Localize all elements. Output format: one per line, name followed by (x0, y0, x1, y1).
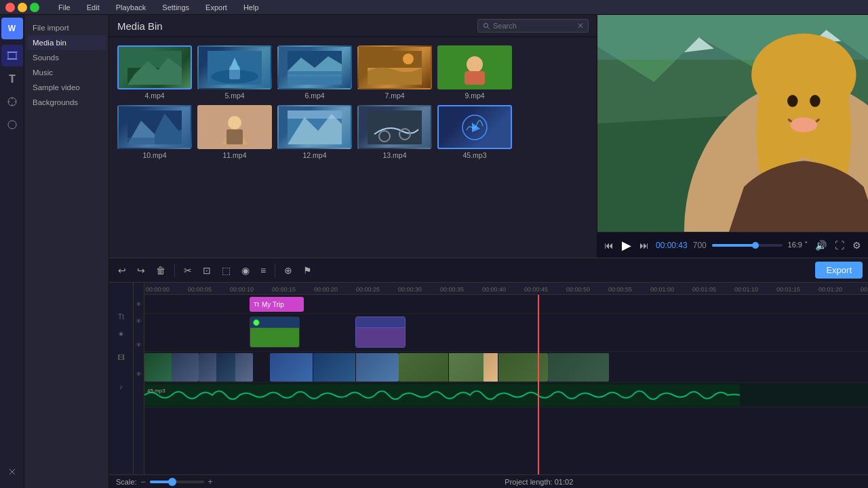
ruler-mark-35: 00:00:35 (439, 286, 481, 293)
svg-rect-10 (288, 71, 342, 85)
menu-file[interactable]: File (56, 2, 73, 13)
video-track (144, 352, 868, 383)
svg-point-44 (810, 95, 820, 107)
overlay-clip-1[interactable] (250, 317, 300, 348)
track-icons: 👁 👁 👁 👁 (134, 283, 144, 474)
fullscreen-button[interactable]: ⛶ (833, 239, 846, 252)
copy-button[interactable]: ⊡ (199, 263, 214, 278)
timeline-ruler[interactable]: 00:00:00 00:00:05 00:00:10 00:00:15 00:0… (144, 283, 868, 295)
ruler-mark-120: 00:01:20 (817, 286, 859, 293)
export-button[interactable]: Export (815, 262, 863, 279)
title-track: Tt My Trip (144, 295, 868, 314)
ruler-mark-55: 00:00:55 (607, 286, 649, 293)
toolbar-separator-2 (275, 264, 275, 277)
audio-track: 45.mp3 (144, 383, 868, 407)
settings-button[interactable]: ⚙ (851, 239, 863, 252)
media-bin-sidebar-icon[interactable] (1, 45, 23, 66)
scale-minus[interactable]: − (141, 477, 146, 487)
toolbar-separator-1 (174, 264, 175, 277)
timeline-area: ↩ ↪ 🗑 ✂ ⊡ ⬚ ◉ ≡ ⊕ ⚑ Export Tt (109, 258, 868, 488)
overlay-clip-2[interactable] (355, 317, 406, 348)
volume-button[interactable]: 🔊 (814, 239, 828, 252)
thumb-label-9mp4: 9.mp4 (465, 92, 484, 100)
align-button[interactable]: ≡ (257, 263, 269, 278)
video-clip-3[interactable] (270, 353, 399, 382)
media-thumb-4mp4[interactable]: 4.mp4 (117, 45, 192, 100)
nav-music[interactable]: Music (27, 65, 106, 80)
media-thumb-12mp4[interactable]: 12.mp4 (277, 105, 352, 159)
thumb-label-11mp4: 11.mp4 (222, 151, 246, 159)
thumb-label-5mp4: 5.mp4 (224, 92, 244, 100)
cut-button[interactable]: ✂ (180, 263, 195, 278)
effects-sidebar-icon[interactable] (1, 91, 23, 113)
search-box[interactable]: ✕ (477, 19, 589, 33)
video-clip-5[interactable] (548, 353, 609, 382)
media-thumb-5mp4[interactable]: 5.mp4 (197, 45, 272, 100)
nav-sample-video[interactable]: Sample video (27, 80, 106, 95)
thumb-desert-img (368, 51, 422, 85)
media-grid: 4.mp4 5.mp4 (109, 37, 597, 167)
svg-rect-25 (226, 129, 243, 144)
progress-bar[interactable] (712, 244, 783, 247)
media-bin-panel: Media Bin ✕ (109, 15, 597, 258)
scale-slider[interactable] (150, 481, 204, 483)
flag-button[interactable]: ⚑ (300, 263, 315, 278)
scale-plus[interactable]: + (208, 477, 213, 487)
thumb-snow-img (288, 110, 342, 144)
nav-file-import[interactable]: File import (27, 20, 106, 35)
media-thumb-13mp4[interactable]: 13.mp4 (357, 105, 432, 159)
svg-point-45 (790, 117, 817, 132)
nav-backgrounds[interactable]: Backgrounds (27, 95, 106, 110)
svg-rect-30 (368, 110, 422, 144)
split-button[interactable]: ◉ (238, 263, 253, 278)
audio-track-label: ♪ (109, 373, 133, 399)
preview-video (597, 15, 868, 232)
nav-media-bin[interactable]: Media bin (27, 35, 106, 50)
video-clip-2[interactable] (199, 353, 253, 382)
audio-waveform[interactable]: 45.mp3 (144, 384, 740, 406)
trim-button[interactable]: ⬚ (218, 263, 234, 278)
tools-sidebar-icon[interactable] (1, 461, 23, 483)
video-clip-4[interactable] (399, 353, 548, 382)
thumb-label-12mp4: 12.mp4 (302, 151, 326, 159)
color-sidebar-icon[interactable] (1, 114, 23, 136)
video-track-label: 🎞 (109, 341, 133, 373)
menu-help[interactable]: Help (241, 2, 262, 13)
media-thumb-10mp4[interactable]: 10.mp4 (117, 105, 192, 159)
project-length: Project length: 01:02 (217, 478, 861, 486)
play-button[interactable]: ▶ (620, 237, 633, 254)
step-forward-button[interactable]: ⏭ (638, 239, 650, 252)
menu-bar: File Edit Playback Settings Export Help (0, 0, 868, 15)
eye-fx-icon: 👁 (134, 314, 144, 329)
title-clip[interactable]: Tt My Trip (250, 297, 304, 312)
svg-text:45.mp3: 45.mp3 (147, 388, 165, 394)
search-clear-icon[interactable]: ✕ (577, 21, 584, 30)
media-thumb-45mp3[interactable]: 45.mp3 (437, 105, 512, 159)
menu-settings[interactable]: Settings (159, 2, 192, 13)
thumb-mountain2-img (127, 110, 182, 144)
media-thumb-6mp4[interactable]: 6.mp4 (277, 45, 352, 100)
add-button[interactable]: ⊕ (281, 263, 296, 278)
svg-rect-12 (288, 75, 342, 77)
menu-export[interactable]: Export (203, 2, 230, 13)
playhead[interactable] (538, 295, 539, 474)
svg-point-17 (467, 56, 483, 73)
svg-point-24 (228, 116, 241, 129)
media-thumb-11mp4[interactable]: 11.mp4 (197, 105, 272, 159)
media-thumb-9mp4[interactable]: 9.mp4 (437, 45, 512, 100)
media-thumb-7mp4[interactable]: 7.mp4 (357, 45, 432, 100)
undo-button[interactable]: ↩ (115, 263, 130, 278)
search-input[interactable] (493, 22, 574, 30)
ruler-mark-25: 00:00:25 (355, 286, 397, 293)
step-back-button[interactable]: ⏮ (603, 239, 615, 252)
nav-sounds[interactable]: Sounds (27, 50, 106, 65)
menu-edit[interactable]: Edit (84, 2, 102, 13)
delete-button[interactable]: 🗑 (153, 263, 169, 278)
svg-rect-18 (465, 71, 485, 85)
tl-main: 00:00:00 00:00:05 00:00:10 00:00:15 00:0… (144, 283, 868, 474)
redo-button[interactable]: ↪ (134, 263, 149, 278)
ruler-mark-115: 00:01:15 (775, 286, 817, 293)
menu-playback[interactable]: Playback (113, 2, 149, 13)
video-clip-1[interactable] (144, 353, 199, 382)
text-sidebar-icon[interactable] (1, 68, 23, 89)
